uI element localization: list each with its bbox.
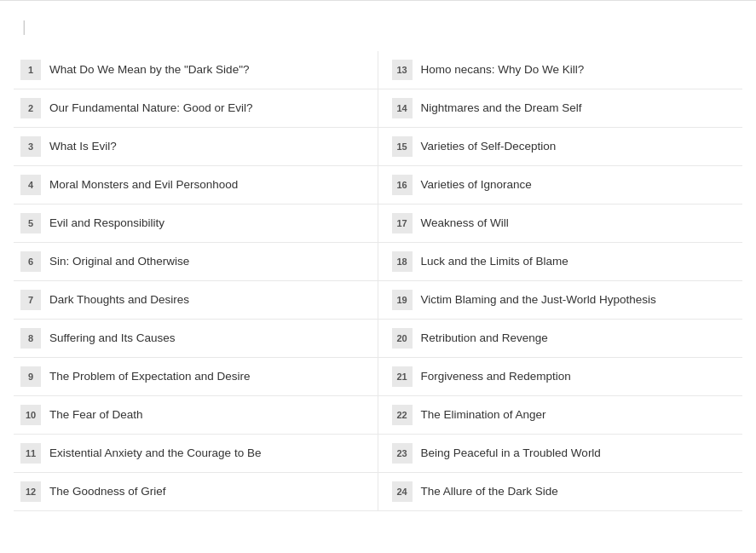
lecture-item: 1What Do We Mean by the "Dark Side"? <box>14 51 378 89</box>
lecture-number: 23 <box>392 443 413 464</box>
lecture-title: Forgiveness and Redemption <box>421 369 571 384</box>
lecture-item: 23Being Peaceful in a Troubled World <box>378 435 743 473</box>
lecture-item: 8Suffering and Its Causes <box>14 320 378 358</box>
lecture-number: 8 <box>20 328 41 349</box>
lecture-title: The Elimination of Anger <box>421 407 546 423</box>
lecture-item: 22The Elimination of Anger <box>378 396 743 435</box>
lecture-number: 6 <box>20 251 41 272</box>
lecture-number: 3 <box>20 136 41 157</box>
lecture-item: 5Evil and Responsibility <box>14 204 378 243</box>
lecture-item: 12The Goodness of Grief <box>14 473 378 511</box>
lecture-item: 13Homo necans: Why Do We Kill? <box>378 51 743 89</box>
lectures-header: | <box>14 18 742 36</box>
lecture-title: Suffering and Its Causes <box>49 331 176 346</box>
lecture-item: 10The Fear of Death <box>14 396 378 435</box>
lecture-number: 5 <box>20 213 41 233</box>
lecture-title: What Do We Mean by the "Dark Side"? <box>49 62 249 78</box>
lecture-item: 11Existential Anxiety and the Courage to… <box>14 435 378 473</box>
lecture-number: 13 <box>392 60 413 80</box>
lecture-number: 14 <box>392 98 413 118</box>
lecture-number: 15 <box>392 136 413 157</box>
lectures-right-column: 13Homo necans: Why Do We Kill?14Nightmar… <box>378 51 743 511</box>
lecture-item: 14Nightmares and the Dream Self <box>378 89 743 128</box>
lecture-title: Weakness of Will <box>421 216 509 231</box>
lecture-title: Dark Thoughts and Desires <box>49 292 189 308</box>
lecture-item: 16Varieties of Ignorance <box>378 166 743 204</box>
lecture-title: Sin: Original and Otherwise <box>49 254 189 269</box>
lecture-number: 10 <box>20 405 41 425</box>
lecture-number: 18 <box>392 251 413 272</box>
lecture-number: 22 <box>392 405 413 425</box>
lecture-item: 20Retribution and Revenge <box>378 320 743 358</box>
lecture-number: 17 <box>392 213 413 233</box>
lecture-number: 1 <box>20 60 41 80</box>
lecture-title: Evil and Responsibility <box>49 216 164 231</box>
lecture-item: 21Forgiveness and Redemption <box>378 358 743 396</box>
lecture-number: 2 <box>20 98 41 118</box>
lecture-item: 6Sin: Original and Otherwise <box>14 243 378 281</box>
lecture-title: The Fear of Death <box>49 407 143 423</box>
lecture-number: 20 <box>392 328 413 349</box>
lectures-left-column: 1What Do We Mean by the "Dark Side"?2Our… <box>14 51 378 511</box>
lecture-item: 9The Problem of Expectation and Desire <box>14 358 378 396</box>
lecture-number: 12 <box>20 481 41 502</box>
lecture-item: 7Dark Thoughts and Desires <box>14 281 378 320</box>
lecture-item: 18Luck and the Limits of Blame <box>378 243 743 281</box>
lecture-number: 21 <box>392 366 413 387</box>
lecture-number: 24 <box>392 481 413 502</box>
lecture-title: The Allure of the Dark Side <box>421 484 558 499</box>
lecture-item: 2Our Fundamental Nature: Good or Evil? <box>14 89 378 128</box>
header-divider: | <box>22 18 26 36</box>
lecture-title: The Goodness of Grief <box>49 484 166 499</box>
lecture-title: Existential Anxiety and the Courage to B… <box>49 446 261 461</box>
lecture-item: 3What Is Evil? <box>14 128 378 166</box>
lecture-title: Varieties of Ignorance <box>421 177 532 193</box>
lectures-grid: 1What Do We Mean by the "Dark Side"?2Our… <box>14 51 742 511</box>
lecture-number: 9 <box>20 366 41 387</box>
lecture-item: 17Weakness of Will <box>378 204 743 243</box>
lecture-number: 19 <box>392 290 413 310</box>
lecture-number: 11 <box>20 443 41 464</box>
lecture-title: Our Fundamental Nature: Good or Evil? <box>49 101 253 116</box>
lecture-title: Homo necans: Why Do We Kill? <box>421 62 585 78</box>
lecture-item: 15Varieties of Self-Deception <box>378 128 743 166</box>
lecture-number: 16 <box>392 175 413 195</box>
lecture-item: 4Moral Monsters and Evil Personhood <box>14 166 378 204</box>
lecture-number: 7 <box>20 290 41 310</box>
lecture-title: Luck and the Limits of Blame <box>421 254 568 269</box>
lecture-item: 19Victim Blaming and the Just-World Hypo… <box>378 281 743 320</box>
lecture-title: Nightmares and the Dream Self <box>421 101 582 116</box>
lecture-title: The Problem of Expectation and Desire <box>49 369 251 384</box>
lecture-item: 24The Allure of the Dark Side <box>378 473 743 511</box>
lecture-title: Retribution and Revenge <box>421 331 548 346</box>
lectures-container: | 1What Do We Mean by the "Dark Side"?2O… <box>0 0 756 528</box>
lecture-title: Being Peaceful in a Troubled World <box>421 446 601 461</box>
lecture-title: Moral Monsters and Evil Personhood <box>49 177 238 193</box>
lecture-title: Victim Blaming and the Just-World Hypoth… <box>421 292 656 308</box>
lecture-title: Varieties of Self-Deception <box>421 139 557 154</box>
lecture-number: 4 <box>20 175 41 195</box>
lecture-title: What Is Evil? <box>49 139 117 154</box>
